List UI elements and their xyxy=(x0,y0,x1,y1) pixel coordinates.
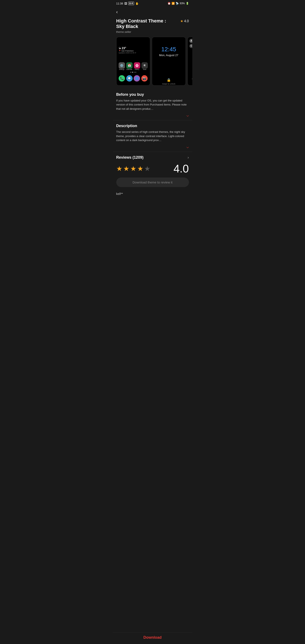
settings-app: ⚙️ Settings xyxy=(118,62,125,70)
reviews-title: Reviews (1209) xyxy=(116,155,144,160)
screenshot-home: 🌤 23° 📍 San Francisco Updated 24/09 12:4… xyxy=(116,37,150,86)
status-br-icon: B·R xyxy=(128,2,134,5)
lock-time: 12:45 xyxy=(161,46,176,53)
updated-text: Updated 24/09 12:45 ↺ xyxy=(118,52,148,54)
star-3: ★ xyxy=(130,164,136,173)
app-header: High Contrast Theme : Sky Black theme.se… xyxy=(113,16,192,37)
lock-icon: 🔒 xyxy=(167,78,171,82)
chevron-down-icon-2: ⌵ xyxy=(186,144,189,149)
status-bar: 11:38 🖼 B·R ✋ ⏰ 📶 📡 93% 🔋 xyxy=(113,0,192,7)
status-left: 11:38 🖼 B·R ✋ xyxy=(116,2,139,5)
star-1: ★ xyxy=(116,164,122,173)
header-rating: ★ 4.0 xyxy=(180,18,189,23)
screenshot-dialer: A Alexa Green 010-1234- C Christina Adam… xyxy=(188,37,192,86)
stars-rating-row: ★ ★ ★ ★ ★ 4.0 xyxy=(116,163,189,174)
chevron-down-icon: ⌵ xyxy=(186,112,189,118)
download-button[interactable]: Download xyxy=(116,635,189,640)
bottom-spacer xyxy=(113,199,192,216)
app-title: High Contrast Theme : Sky Black xyxy=(116,18,176,30)
download-to-review-button[interactable]: Download theme to review it xyxy=(116,178,189,187)
status-photo-icon: 🖼 xyxy=(124,2,127,5)
signal-icon: 📡 xyxy=(176,2,179,5)
dot1 xyxy=(130,72,131,73)
description-section: Description The second series of high co… xyxy=(113,120,192,152)
before-buy-expand-button[interactable]: ⌵ xyxy=(116,111,189,118)
temp-display: 23° xyxy=(122,46,126,50)
contact-christina: C Christina Adams 010- xyxy=(189,44,192,48)
before-you-buy-section: Before you buy If you have updated your … xyxy=(113,89,192,120)
dot4 xyxy=(135,72,136,73)
tools-app: 🛠 Tools xyxy=(142,62,148,70)
description-text: The second series of high contrast theme… xyxy=(116,130,189,142)
calendar-app: 📅 Calendar xyxy=(126,62,132,70)
app-seller: theme.seller xyxy=(116,30,176,34)
star-2: ★ xyxy=(123,164,130,173)
screenshot-gallery[interactable]: 🌤 23° 📍 San Francisco Updated 24/09 12:4… xyxy=(113,37,192,89)
back-button[interactable]: ‹ xyxy=(113,7,192,16)
rating-number: 4.0 xyxy=(174,163,189,174)
header-rating-value: 4.0 xyxy=(184,19,189,23)
before-buy-title: Before you buy xyxy=(116,92,189,97)
description-title: Description xyxy=(116,124,189,128)
header-star-icon: ★ xyxy=(180,19,183,23)
reviewer-name: kell** xyxy=(116,190,189,197)
dialer-number: 010 xyxy=(189,51,192,58)
reviews-header[interactable]: Reviews (1209) › xyxy=(116,155,189,160)
messages-app: 💬 xyxy=(126,75,133,82)
weather-icon: 🌤 xyxy=(118,47,121,49)
lock-date: Mon, August 27 xyxy=(159,54,178,57)
back-arrow-icon: ‹ xyxy=(116,9,118,14)
wifi-icon: 📶 xyxy=(172,2,175,5)
star-4: ★ xyxy=(137,164,144,173)
download-bar: Download xyxy=(113,632,192,644)
reviews-section: Reviews (1209) › ★ ★ ★ ★ ★ 4.0 Download … xyxy=(113,152,192,199)
status-hand-icon: ✋ xyxy=(135,2,139,5)
contact-alexa: A Alexa Green 010-1234- xyxy=(189,39,192,43)
screenshot-lock: 12:45 Mon, August 27 🔒 Swipe to unlock 📞… xyxy=(152,37,186,86)
swipe-text: Swipe to unlock xyxy=(162,83,176,85)
dot2 xyxy=(132,72,133,73)
battery-icon: 🔋 xyxy=(186,2,189,5)
keypad: 1 2ABC 3DEF 4GHI 5JKL 6MNO 7PQRS 8TUV 9W… xyxy=(189,59,192,86)
app-info: High Contrast Theme : Sky Black theme.se… xyxy=(116,18,176,34)
description-expand-button[interactable]: ⌵ xyxy=(116,142,189,150)
phone-app: 📞 xyxy=(118,75,126,82)
alarm-icon: ⏰ xyxy=(168,2,171,5)
location-text: 📍 San Francisco xyxy=(118,50,148,52)
battery-percent: 93% xyxy=(180,2,185,5)
status-time: 11:38 xyxy=(116,2,123,5)
browser-app: 🌐 xyxy=(134,75,140,82)
before-buy-text: If you have updated your OS, you can get… xyxy=(116,98,189,111)
star-5: ★ xyxy=(144,164,150,173)
dot3 xyxy=(134,72,134,73)
status-right: ⏰ 📶 📡 93% 🔋 xyxy=(168,2,189,5)
reviews-arrow-icon: › xyxy=(188,155,189,160)
gallery-app: 🌸 Gallery xyxy=(134,62,140,70)
camera-app: 📷 xyxy=(141,75,148,82)
